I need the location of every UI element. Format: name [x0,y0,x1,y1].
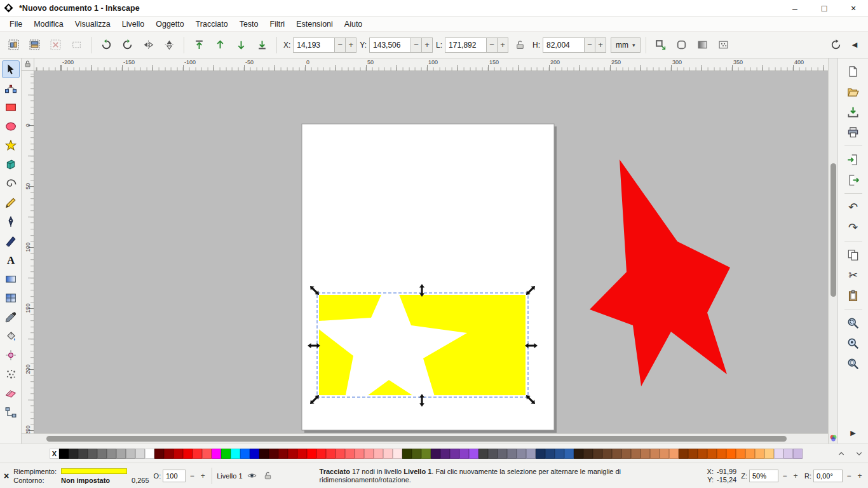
color-swatch[interactable] [212,449,221,459]
height-decrement-button[interactable]: − [585,37,595,53]
command-zoom-page-button[interactable] [843,354,864,373]
vertical-ruler[interactable]: 050100150200250 [22,71,34,433]
color-swatch[interactable] [355,449,364,459]
raise-button[interactable] [210,36,229,55]
tool-spiral-tool[interactable] [2,175,20,193]
color-swatch[interactable] [660,449,669,459]
color-swatch[interactable] [602,449,612,459]
layer-visibility-toggle[interactable] [246,470,259,482]
color-swatch[interactable] [145,449,154,459]
tool-gradient-tool[interactable] [2,270,20,288]
color-swatch[interactable] [69,449,78,459]
tool-pencil-tool[interactable] [2,194,20,212]
color-swatch[interactable] [498,449,507,459]
unit-dropdown[interactable]: mm ▾ [611,37,641,53]
rotation-increment-button[interactable]: + [855,470,864,482]
height-increment-button[interactable]: + [595,37,606,53]
color-swatch[interactable] [316,449,326,459]
scale-gradient-button[interactable] [693,36,712,55]
y-input[interactable] [369,37,411,53]
tool-eraser-tool[interactable] [2,384,20,402]
raise-to-top-button[interactable] [189,36,208,55]
select-all-button[interactable] [4,36,23,55]
color-swatch[interactable] [688,449,698,459]
color-swatch[interactable] [421,449,431,459]
color-swatch[interactable] [231,449,240,459]
color-swatch[interactable] [726,449,736,459]
color-swatch[interactable] [526,449,536,459]
color-swatch[interactable] [574,449,583,459]
canvas[interactable] [34,71,828,433]
layer-lock-toggle[interactable] [262,470,275,482]
flip-horizontal-button[interactable] [139,36,158,55]
color-swatch[interactable] [59,449,69,459]
color-swatch[interactable] [116,449,126,459]
menu-oggetto[interactable]: Oggetto [150,18,189,30]
color-swatch[interactable] [793,449,803,459]
rotation-input[interactable] [813,470,843,482]
color-swatch[interactable] [507,449,517,459]
color-swatch[interactable] [583,449,593,459]
color-swatch[interactable] [288,449,297,459]
color-swatch[interactable] [650,449,660,459]
width-input[interactable] [445,37,487,53]
color-swatch[interactable] [154,449,164,459]
guide-lock-icon[interactable] [24,59,32,71]
menu-visualizza[interactable]: Visualizza [69,18,116,30]
command-open-document-button[interactable] [843,82,864,101]
menu-tracciato[interactable]: Tracciato [190,18,234,30]
color-swatch[interactable] [764,449,774,459]
color-swatch[interactable] [698,449,707,459]
canvas-viewport[interactable] [34,71,828,433]
close-button[interactable]: × [839,0,868,16]
menu-livello[interactable]: Livello [116,18,150,30]
tool-dropper-tool[interactable] [2,308,20,326]
maximize-button[interactable]: □ [810,0,839,16]
color-swatch[interactable] [612,449,621,459]
color-swatch[interactable] [240,449,250,459]
tool-selector[interactable] [2,60,20,78]
tool-pen-tool[interactable] [2,213,20,231]
color-management-icon[interactable] [829,433,838,443]
tool-text-tool[interactable]: A [2,251,20,269]
minimize-button[interactable]: – [780,0,810,16]
color-swatch[interactable] [536,449,545,459]
color-swatch[interactable] [469,449,478,459]
color-swatch[interactable] [450,449,459,459]
horizontal-ruler[interactable]: -200-150-100-50050100150200250300350400 [34,58,828,71]
horizontal-scrollbar[interactable] [22,433,828,444]
tool-ellipse-tool[interactable] [2,118,20,135]
collapse-snapbar-button[interactable]: ◀ [845,36,864,55]
command-zoom-drawing-button[interactable] [843,334,864,353]
horizontal-scrollbar-thumb[interactable] [46,436,787,442]
x-decrement-button[interactable]: − [335,37,346,53]
command-new-document-button[interactable] [843,62,864,81]
y-decrement-button[interactable]: − [411,37,422,53]
vertical-scrollbar-thumb[interactable] [831,163,836,297]
deselect-button[interactable] [46,36,65,55]
color-swatch[interactable] [202,449,212,459]
y-increment-button[interactable]: + [422,37,433,53]
tool-calligraphy-tool[interactable] [2,232,20,250]
command-redo-button[interactable]: ↷ [843,218,864,237]
flip-vertical-button[interactable] [159,36,179,55]
color-swatch[interactable] [393,449,402,459]
color-swatch[interactable] [783,449,793,459]
command-zoom-selection-button[interactable] [843,313,864,332]
color-swatch[interactable] [326,449,336,459]
color-swatch[interactable] [517,449,526,459]
color-swatch[interactable] [221,449,231,459]
command-print-document-button[interactable] [843,123,864,142]
color-swatch[interactable] [135,449,145,459]
color-swatch[interactable] [593,449,602,459]
tool-rectangle-tool[interactable] [2,98,20,116]
height-input[interactable] [543,37,585,53]
color-swatch[interactable] [250,449,259,459]
color-swatch[interactable] [364,449,374,459]
rotation-decrement-button[interactable]: − [844,470,853,482]
tool-bucket-tool[interactable] [2,327,20,345]
color-swatch[interactable] [126,449,135,459]
color-swatch[interactable] [459,449,469,459]
vertical-scrollbar[interactable] [828,58,837,444]
color-swatch[interactable] [621,449,631,459]
